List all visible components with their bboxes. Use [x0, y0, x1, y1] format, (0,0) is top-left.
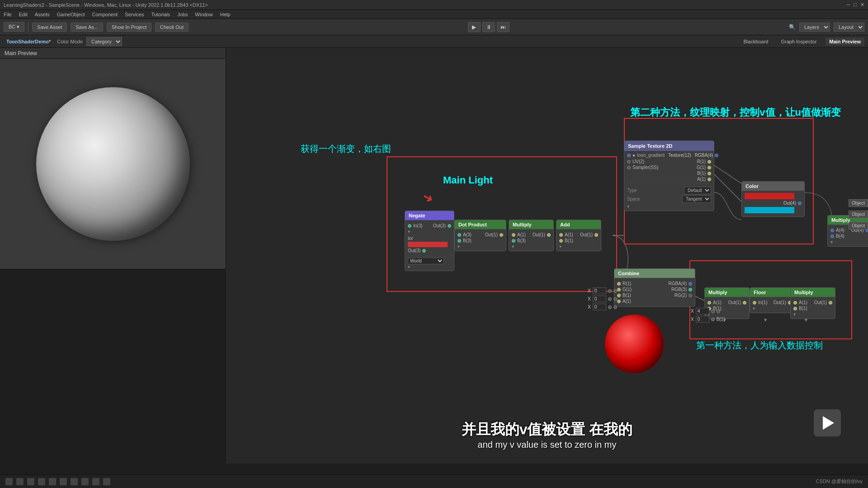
bc-button[interactable]: BC ▾ [4, 22, 24, 32]
status-icon-8[interactable] [81, 478, 89, 485]
x-input-b[interactable] [696, 316, 709, 323]
check-out-button[interactable]: Check Out [155, 23, 189, 32]
comb-g-port[interactable] [617, 288, 621, 291]
xi-2-out[interactable] [613, 297, 617, 301]
menu-help[interactable]: Help [220, 12, 231, 17]
st-texture-port[interactable] [627, 154, 631, 157]
st-sampler-port[interactable] [627, 166, 631, 169]
st-expand[interactable]: ▾ [627, 204, 711, 209]
menu-jobs[interactable]: Jobs [177, 12, 188, 17]
mr-a-port[interactable] [830, 229, 834, 232]
xi-1-in[interactable] [608, 289, 612, 293]
m3-out-port[interactable] [829, 301, 832, 305]
add-a-port[interactable] [559, 233, 563, 237]
mr-b-port[interactable] [830, 235, 834, 238]
close-btn[interactable]: ✕ [860, 2, 864, 8]
m3-a-port[interactable] [793, 301, 797, 305]
save-asset-button[interactable]: Save Asset [32, 23, 67, 32]
m1-a-port[interactable] [512, 233, 515, 237]
negate-out-port[interactable] [448, 224, 451, 228]
blackboard-tab[interactable]: Blackboard [740, 38, 772, 46]
x-input-2[interactable] [593, 296, 606, 302]
st-a-port[interactable] [708, 178, 711, 181]
search-icon[interactable]: 🔍 [789, 24, 796, 30]
st-g-port[interactable] [708, 166, 711, 169]
object-btn-3[interactable]: Object [849, 222, 868, 230]
menu-window[interactable]: Window [195, 12, 213, 17]
m2-footer-expand[interactable]: ▾ [723, 317, 726, 323]
play-button[interactable]: ▶ [468, 22, 481, 32]
mr-expand[interactable]: ▾ [830, 239, 868, 244]
status-icon-4[interactable] [38, 478, 45, 485]
negate-in-port[interactable] [408, 224, 411, 228]
show-in-project-button[interactable]: Show In Project [107, 23, 151, 32]
floor-footer-expand[interactable]: ▾ [764, 317, 767, 323]
color-mode-select[interactable]: Category [86, 37, 122, 46]
floor-node[interactable]: Floor In(1) Out(1) ▾ [750, 287, 795, 313]
color-out-port[interactable] [798, 202, 802, 205]
m2-out-port[interactable] [743, 301, 746, 305]
menu-component[interactable]: Component [92, 12, 118, 17]
multiply-right-node[interactable]: Multiply A(4) Out(4) B(4) ▾ [827, 215, 868, 247]
dot-product-node[interactable]: Dot Product A(3) Out(1) B(3) ▾ [454, 220, 506, 251]
multiply1-node[interactable]: Multiply A(1) Out(1) B(3) ▾ [509, 220, 554, 251]
main-preview-tab[interactable]: Main Preview [826, 38, 864, 46]
menu-assets[interactable]: Assets [35, 12, 50, 17]
m3-expand[interactable]: ▾ [793, 312, 832, 317]
layers-dropdown[interactable]: Layers [799, 23, 830, 32]
status-icon-7[interactable] [71, 478, 78, 485]
menu-gameobject[interactable]: GameObject [57, 12, 85, 17]
xb-in[interactable] [711, 318, 715, 321]
add-out-port[interactable] [594, 233, 598, 237]
pause-button[interactable]: ⏸ [482, 22, 495, 32]
st-uv-port[interactable] [627, 160, 631, 164]
st-space-select[interactable]: Tangent [682, 195, 711, 203]
combine-node[interactable]: Combine R(1) RGBA(4) G(1) RGB(3) [614, 268, 695, 307]
xi-2-in[interactable] [608, 297, 612, 301]
sample-texture-node[interactable]: Sample Texture 2D ● toon_gradient Textur… [624, 141, 714, 211]
st-rgba-port[interactable] [715, 154, 718, 157]
menu-tutorials[interactable]: Tutorials [151, 12, 170, 17]
m3-b-port[interactable] [793, 307, 797, 310]
status-icon-9[interactable] [92, 478, 99, 485]
comb-a-port[interactable] [617, 300, 621, 303]
st-type-select[interactable]: Default [684, 187, 711, 194]
x4-out[interactable] [717, 310, 720, 313]
negate-out2-port[interactable] [422, 249, 426, 253]
status-icon-6[interactable] [60, 478, 67, 485]
m1-out-port[interactable] [547, 233, 551, 237]
object-btn-2[interactable]: Object [849, 211, 868, 218]
status-icon-1[interactable] [5, 478, 13, 485]
st-b-port[interactable] [708, 172, 711, 175]
floor-in-port[interactable] [753, 301, 756, 305]
m3-footer-expand[interactable]: ▾ [805, 317, 807, 323]
object-btn-1[interactable]: Object [849, 199, 868, 207]
x-input-3[interactable] [593, 304, 606, 310]
xi-3-in[interactable] [608, 305, 612, 309]
negate-footer-expand[interactable]: ▾ [408, 264, 451, 269]
st-r-port[interactable] [708, 160, 711, 164]
maximize-btn[interactable]: □ [854, 2, 857, 8]
m1-b-port[interactable] [512, 239, 515, 243]
dot-b-port[interactable] [458, 239, 461, 243]
multiply3-node[interactable]: Multiply A(1) Out(1) B(1) ▾ [790, 287, 835, 319]
xi-1-out[interactable] [613, 289, 617, 293]
dot-a-port[interactable] [458, 233, 461, 237]
floor-expand[interactable]: ▾ [753, 306, 792, 311]
add-expand[interactable]: ▾ [559, 244, 598, 249]
negate-node[interactable]: Negate In(3) Out(3) ▾ tor Out(3) [405, 211, 454, 271]
graph-inspector-tab[interactable]: Graph Inspector [777, 38, 820, 46]
graph-canvas[interactable]: 第二种方法，纹理映射，控制v值，让u值做渐变 获得一个渐变，如右图 第一种方法，… [226, 48, 868, 464]
xi-3-out[interactable] [613, 305, 617, 309]
layout-dropdown[interactable]: Layout [834, 23, 864, 32]
negate-expand[interactable]: ▾ [408, 229, 451, 234]
status-icon-10[interactable] [103, 478, 110, 485]
dot-expand[interactable]: ▾ [458, 244, 503, 249]
add-b-port[interactable] [559, 239, 563, 243]
comb-r-port[interactable] [617, 282, 621, 286]
menu-services[interactable]: Services [125, 12, 144, 17]
menu-file[interactable]: File [4, 12, 12, 17]
minimize-btn[interactable]: ─ [847, 2, 850, 8]
x4-input[interactable] [696, 308, 709, 314]
menu-edit[interactable]: Edit [19, 12, 28, 17]
